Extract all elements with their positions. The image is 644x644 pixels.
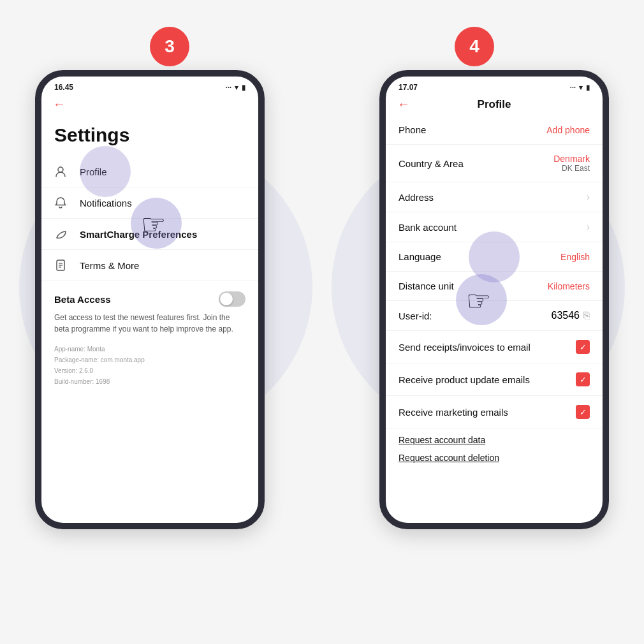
request-account-deletion-link[interactable]: Request account deletion <box>386 446 603 464</box>
step-badge-4: 4 <box>455 27 494 66</box>
marketing-label: Receive marketing emails <box>399 407 508 418</box>
signal-dots-right: ··· <box>570 84 576 91</box>
leaf-icon <box>54 228 71 240</box>
profile-nav-title: Profile <box>478 98 511 111</box>
phone-right: 17.07 ··· ▾ ▮ ← Profile Phone Add phone … <box>379 70 609 529</box>
settings-item-smartcharge[interactable]: SmartCharge Preferences <box>41 219 258 250</box>
phone-frame-left: 16.45 ··· ▾ ▮ ← Settings <box>35 70 265 529</box>
signal-dots-left: ··· <box>226 84 231 91</box>
step-badge-3: 3 <box>150 27 189 66</box>
person-icon <box>54 165 71 178</box>
phone-frame-right: 17.07 ··· ▾ ▮ ← Profile Phone Add phone … <box>379 70 609 529</box>
profile-row-product-updates[interactable]: Receive product update emails ✓ <box>386 363 603 396</box>
app-meta: App-name: Monta Package-name: com.monta.… <box>54 344 245 387</box>
beta-toggle[interactable] <box>219 291 245 307</box>
build-number: Build-number: 1698 <box>54 376 245 387</box>
phone-label: Phone <box>399 124 426 135</box>
beta-label: Beta Access <box>54 294 111 305</box>
nav-bar-right: ← Profile <box>386 94 603 115</box>
notifications-label: Notifications <box>80 198 132 209</box>
profile-row-address[interactable]: Address › <box>386 182 603 212</box>
address-label: Address <box>399 192 434 203</box>
beta-description: Get access to test the newest features f… <box>54 312 245 335</box>
nav-bar-left: ← <box>41 94 258 115</box>
distance-label: Distance unit <box>399 281 454 291</box>
profile-row-userid: User-id: 63546 ⎘ <box>386 301 603 331</box>
time-right: 17.07 <box>399 83 418 92</box>
marketing-checkbox[interactable]: ✓ <box>576 405 590 419</box>
product-updates-checkbox[interactable]: ✓ <box>576 372 590 386</box>
settings-item-notifications[interactable]: Notifications <box>41 187 258 219</box>
battery-icon-left: ▮ <box>242 84 245 92</box>
status-icons-left: ··· ▾ ▮ <box>226 84 245 92</box>
battery-icon-right: ▮ <box>586 84 590 92</box>
svg-point-0 <box>58 167 63 172</box>
distance-value: Kilometers <box>548 281 590 291</box>
status-bar-right: 17.07 ··· ▾ ▮ <box>386 77 603 94</box>
bell-icon <box>54 196 71 209</box>
copy-icon[interactable]: ⎘ <box>583 310 590 321</box>
bank-label: Bank account <box>399 222 457 233</box>
receipts-label: Send receipts/invoices to email <box>399 342 531 353</box>
profile-row-bank[interactable]: Bank account › <box>386 212 603 242</box>
country-value: Denmark DK East <box>553 154 590 173</box>
profile-row-marketing[interactable]: Receive marketing emails ✓ <box>386 396 603 428</box>
wifi-icon-right: ▾ <box>579 84 583 92</box>
scene: 3 4 16.45 ··· ▾ ▮ ← Settings <box>0 0 644 644</box>
phone-value: Add phone <box>546 125 590 135</box>
product-updates-label: Receive product update emails <box>399 374 530 385</box>
doc-icon <box>54 259 71 272</box>
beta-section: Beta Access Get access to test the newes… <box>41 281 258 397</box>
userid-label: User-id: <box>399 311 432 321</box>
version: Version: 2.6.0 <box>54 365 245 376</box>
settings-title: Settings <box>41 115 258 156</box>
bank-chevron: › <box>587 221 590 233</box>
toggle-knob <box>220 293 233 305</box>
profile-row-phone[interactable]: Phone Add phone <box>386 115 603 145</box>
smartcharge-label: SmartCharge Preferences <box>80 229 197 240</box>
back-arrow-right[interactable]: ← <box>397 97 410 112</box>
wifi-icon-left: ▾ <box>235 84 238 92</box>
settings-item-profile[interactable]: Profile <box>41 156 258 187</box>
beta-row: Beta Access <box>54 291 245 307</box>
profile-label: Profile <box>80 166 107 177</box>
address-chevron: › <box>587 191 590 203</box>
profile-row-distance[interactable]: Distance unit Kilometers <box>386 272 603 301</box>
package-name: Package-name: com.monta.app <box>54 355 245 365</box>
request-account-data-link[interactable]: Request account data <box>386 428 603 446</box>
status-icons-right: ··· ▾ ▮ <box>570 84 590 92</box>
terms-label: Terms & More <box>80 260 139 271</box>
profile-row-language[interactable]: Language English <box>386 242 603 272</box>
userid-value-group: 63546 ⎘ <box>552 310 590 321</box>
profile-row-receipts[interactable]: Send receipts/invoices to email ✓ <box>386 331 603 363</box>
receipts-checkbox[interactable]: ✓ <box>576 340 590 354</box>
profile-row-country[interactable]: Country & Area Denmark DK East <box>386 145 603 182</box>
back-arrow-left[interactable]: ← <box>53 97 66 112</box>
language-value: English <box>560 252 590 262</box>
country-sub: DK East <box>553 164 590 173</box>
language-label: Language <box>399 251 441 262</box>
country-label: Country & Area <box>399 158 464 169</box>
phone-left: 16.45 ··· ▾ ▮ ← Settings <box>35 70 265 529</box>
status-bar-left: 16.45 ··· ▾ ▮ <box>41 77 258 94</box>
app-name: App-name: Monta <box>54 344 245 355</box>
settings-item-terms[interactable]: Terms & More <box>41 250 258 281</box>
userid-value: 63546 <box>552 310 580 321</box>
time-left: 16.45 <box>54 83 73 92</box>
